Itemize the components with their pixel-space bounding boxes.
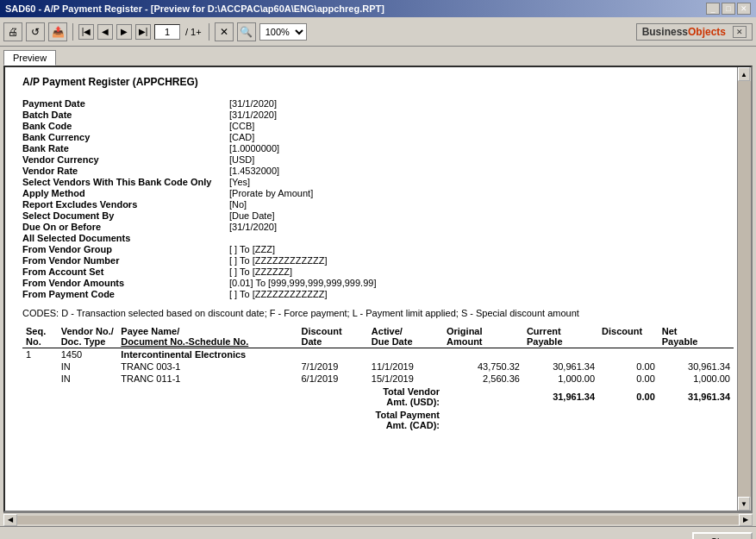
cell-net: 30,961.34 xyxy=(659,360,734,373)
stop-button[interactable]: ✕ xyxy=(215,22,234,41)
scroll-right-button[interactable]: ▶ xyxy=(739,514,753,526)
cell-discount-date: 6/1/2019 xyxy=(298,373,368,385)
cell-due-date: 15/1/2019 xyxy=(368,373,443,385)
total-payment-discount xyxy=(598,408,659,431)
info-table: Payment Date [31/1/2020] Batch Date [31/… xyxy=(22,98,734,299)
data-table: Seq. No. Vendor No./ Doc. Type Payee Nam… xyxy=(22,325,734,431)
print-button[interactable]: 🖨 xyxy=(3,22,22,41)
cell-net: 1,000.00 xyxy=(659,373,734,385)
search-button[interactable]: 🔍 xyxy=(237,22,256,41)
total-vendor-label: Total Vendor Amt. (USD): xyxy=(368,385,443,408)
report-title: A/P Payment Register (APPCHREG) xyxy=(22,76,734,88)
info-row: Payment Date [31/1/2020] xyxy=(22,98,734,109)
info-row: Batch Date [31/1/2020] xyxy=(22,110,734,120)
th-seq-no: Seq. No. xyxy=(22,325,58,348)
total-payment-net xyxy=(659,408,734,431)
cell-seq: 1 xyxy=(22,348,58,361)
th-payee-name: Payee Name/ Document No.-Schedule No. xyxy=(117,325,297,348)
tab-bar: Preview xyxy=(0,47,756,66)
th-vendor-no: Vendor No./ Doc. Type xyxy=(58,325,118,348)
cell-docno: TRANC 011-1 xyxy=(117,373,297,385)
total-payment-row: Total Payment Amt. (CAD): xyxy=(22,408,734,431)
cell-doctype: IN xyxy=(58,360,118,373)
report-content: A/P Payment Register (APPCHREG) Payment … xyxy=(5,67,751,511)
scroll-track xyxy=(738,81,751,497)
total-vendor-row: Total Vendor Amt. (USD): 31,961.34 0.00 … xyxy=(22,385,734,408)
th-discount: Discount xyxy=(598,325,659,348)
minimize-button[interactable]: _ xyxy=(706,3,720,15)
scroll-down-button[interactable]: ▼ xyxy=(738,497,750,511)
prev-page-button[interactable]: ◀ xyxy=(97,24,113,40)
all-selected-documents-row: All Selected Documents xyxy=(22,233,734,243)
cell-seq xyxy=(22,360,58,373)
horizontal-scrollbar[interactable]: ◀ ▶ xyxy=(3,512,753,526)
title-bar-buttons: _ □ ✕ xyxy=(706,3,751,15)
info-row: From Payment Code [ ] To [ZZZZZZZZZZZZ] xyxy=(22,289,734,299)
close-button[interactable]: Close xyxy=(692,532,753,540)
info-row: Apply Method [Prorate by Amount] xyxy=(22,188,734,198)
info-row: Report Excludes Vendors [No] xyxy=(22,199,734,210)
page-input[interactable] xyxy=(154,24,180,40)
cell-vendor: 1450 xyxy=(58,348,118,361)
info-row: Due On or Before [31/1/2020] xyxy=(22,222,734,232)
table-row: 1 1450 Intercontinental Electronics xyxy=(22,348,734,361)
info-row: From Vendor Group [ ] To [ZZZ] xyxy=(22,244,734,254)
first-page-button[interactable]: |◀ xyxy=(78,24,94,40)
codes-line: CODES: D - Transaction selected based on… xyxy=(22,308,734,318)
logo-text: BusinessObjects xyxy=(642,26,726,38)
info-row: From Account Set [ ] To [ZZZZZZ] xyxy=(22,266,734,277)
tab-preview[interactable]: Preview xyxy=(3,50,56,66)
cell-current: 30,961.34 xyxy=(523,360,598,373)
separator1 xyxy=(72,23,73,41)
cell-discount2: 0.00 xyxy=(598,360,659,373)
maximize-button[interactable]: □ xyxy=(722,3,735,15)
th-original-amount: Original Amount xyxy=(443,325,523,348)
info-row: From Vendor Amounts [0.01] To [999,999,9… xyxy=(22,278,734,288)
cell-doctype: IN xyxy=(58,373,118,385)
info-row: Select Vendors With This Bank Code Only … xyxy=(22,177,734,187)
h-scroll-track xyxy=(17,516,739,524)
total-payment-label: Total Payment Amt. (CAD): xyxy=(368,408,443,431)
info-row: Vendor Rate [1.4532000] xyxy=(22,166,734,176)
cell-payee: Intercontinental Electronics xyxy=(117,348,297,361)
logo-area: BusinessObjects ✕ xyxy=(636,23,753,41)
info-row: Vendor Currency [USD] xyxy=(22,154,734,165)
zoom-select[interactable]: 100% 50% 75% 100% 125% 150% 200% xyxy=(259,23,307,41)
cell-discount-date: 7/1/2019 xyxy=(298,360,368,373)
separator2 xyxy=(209,23,209,41)
info-row: Select Document By [Due Date] xyxy=(22,210,734,221)
total-vendor-current: 31,961.34 xyxy=(523,385,598,408)
next-page-button[interactable]: ▶ xyxy=(116,24,132,40)
total-vendor-discount: 0.00 xyxy=(598,385,659,408)
export-button[interactable]: 📤 xyxy=(48,22,67,41)
info-row: Bank Rate [1.0000000] xyxy=(22,143,734,154)
cell-current: 1,000.00 xyxy=(523,373,598,385)
bottom-bar: Close xyxy=(0,526,756,539)
info-row: From Vendor Number [ ] To [ZZZZZZZZZZZZ] xyxy=(22,255,734,266)
last-page-button[interactable]: ▶| xyxy=(135,24,151,40)
total-vendor-net: 31,961.34 xyxy=(659,385,734,408)
table-row: IN TRANC 003-1 7/1/2019 11/1/2019 43,750… xyxy=(22,360,734,373)
th-net-payable: Net Payable xyxy=(659,325,734,348)
th-discount-date: Discount Date xyxy=(298,325,368,348)
th-current-payable: Current Payable xyxy=(523,325,598,348)
page-total: / 1+ xyxy=(185,27,202,37)
refresh-button[interactable]: ↺ xyxy=(26,22,45,41)
cell-discount2: 0.00 xyxy=(598,373,659,385)
table-row: IN TRANC 011-1 6/1/2019 15/1/2019 2,560.… xyxy=(22,373,734,385)
scroll-up-button[interactable]: ▲ xyxy=(738,67,750,81)
vertical-scrollbar[interactable]: ▲ ▼ xyxy=(737,67,751,511)
cell-original: 2,560.36 xyxy=(443,373,523,385)
th-active-due-date: Active/ Due Date xyxy=(368,325,443,348)
title-bar-text: SAD60 - A/P Payment Register - [Preview … xyxy=(5,3,384,14)
logo-close-button[interactable]: ✕ xyxy=(733,26,747,38)
info-row: Bank Code [CCB] xyxy=(22,121,734,131)
cell-original: 43,750.32 xyxy=(443,360,523,373)
cell-docno: TRANC 003-1 xyxy=(117,360,297,373)
total-payment-current xyxy=(523,408,598,431)
close-title-button[interactable]: ✕ xyxy=(737,3,751,15)
scroll-left-button[interactable]: ◀ xyxy=(3,514,17,526)
cell-seq xyxy=(22,373,58,385)
toolbar: 🖨 ↺ 📤 |◀ ◀ ▶ ▶| / 1+ ✕ 🔍 100% 50% 75% 10… xyxy=(0,17,756,47)
cell-due-date: 11/1/2019 xyxy=(368,360,443,373)
